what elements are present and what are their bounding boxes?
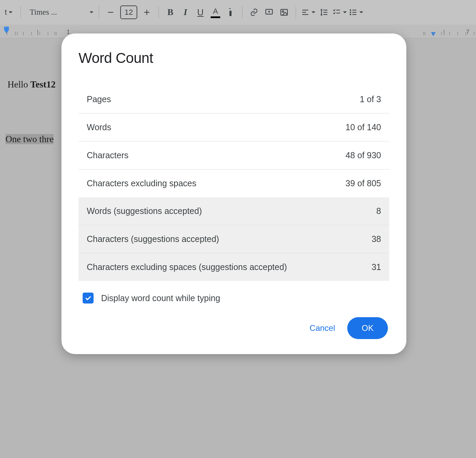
stat-label: Pages bbox=[87, 94, 111, 104]
dialog-title: Word Count bbox=[79, 50, 389, 66]
stat-label: Characters bbox=[87, 150, 128, 160]
checkbox-checked-icon[interactable] bbox=[83, 293, 94, 304]
stat-value: 38 bbox=[372, 234, 381, 244]
display-while-typing-option[interactable]: Display word count while typing bbox=[79, 293, 389, 304]
stat-row-characters-no-spaces: Characters excluding spaces 39 of 805 bbox=[79, 170, 389, 198]
stat-row-characters-suggestions: Characters (suggestions accepted) 38 bbox=[79, 225, 389, 253]
ok-button[interactable]: OK bbox=[347, 317, 388, 339]
stat-row-characters: Characters 48 of 930 bbox=[79, 142, 389, 170]
cancel-button[interactable]: Cancel bbox=[310, 323, 335, 333]
suggestions-group: Words (suggestions accepted) 8 Character… bbox=[79, 197, 389, 281]
stat-value: 8 bbox=[376, 206, 381, 216]
stat-value: 10 of 140 bbox=[346, 122, 381, 132]
stat-row-pages: Pages 1 of 3 bbox=[79, 85, 389, 113]
stat-label: Words bbox=[87, 122, 111, 132]
stat-row-words: Words 10 of 140 bbox=[79, 113, 389, 142]
checkbox-label: Display word count while typing bbox=[101, 293, 220, 303]
stat-value: 1 of 3 bbox=[360, 94, 381, 104]
stat-row-words-suggestions: Words (suggestions accepted) 8 bbox=[79, 197, 389, 225]
stat-label: Words (suggestions accepted) bbox=[87, 206, 202, 216]
dialog-actions: Cancel OK bbox=[79, 317, 389, 339]
stat-value: 39 of 805 bbox=[346, 178, 381, 188]
stat-row-characters-no-spaces-suggestions: Characters excluding spaces (suggestions… bbox=[79, 253, 389, 281]
stat-label: Characters excluding spaces (suggestions… bbox=[87, 262, 287, 272]
word-count-table: Pages 1 of 3 Words 10 of 140 Characters … bbox=[79, 85, 389, 281]
word-count-dialog: Word Count Pages 1 of 3 Words 10 of 140 … bbox=[61, 33, 406, 354]
stat-label: Characters (suggestions accepted) bbox=[87, 234, 219, 244]
stat-value: 31 bbox=[372, 262, 381, 272]
stat-value: 48 of 930 bbox=[346, 150, 381, 160]
stat-label: Characters excluding spaces bbox=[87, 178, 196, 188]
